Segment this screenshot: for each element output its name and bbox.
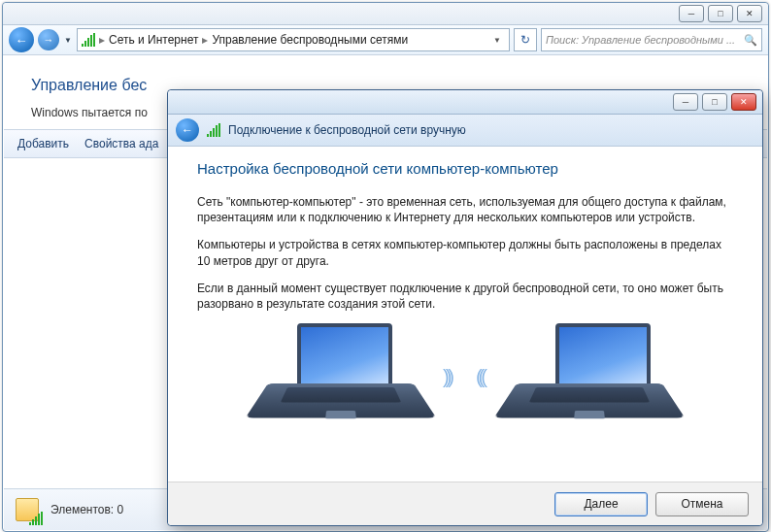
dialog-footer: Далее Отмена xyxy=(168,482,762,525)
dialog-minimize-button[interactable]: ─ xyxy=(673,93,698,111)
explorer-close-button[interactable]: ✕ xyxy=(737,5,762,22)
nav-back-button[interactable]: ← xyxy=(9,27,34,52)
dialog-header: ← Подключение к беспроводной сети вручну… xyxy=(168,115,762,147)
signal-icon xyxy=(82,33,95,47)
dialog-body: Настройка беспроводной сети компьютер-ко… xyxy=(168,147,762,482)
dialog-header-title: Подключение к беспроводной сети вручную xyxy=(228,123,466,137)
illustration: ))) ))) xyxy=(197,323,733,430)
dialog-close-button[interactable]: ✕ xyxy=(731,93,756,111)
signal-icon xyxy=(29,512,43,525)
breadcrumb-seg-2[interactable]: Управление беспроводными сетями xyxy=(212,33,408,47)
address-dropdown-icon[interactable]: ▼ xyxy=(489,36,505,45)
address-bar[interactable]: ▸ Сеть и Интернет ▸ Управление беспровод… xyxy=(77,28,510,51)
folder-icon xyxy=(14,496,41,523)
signal-icon xyxy=(207,123,220,137)
dialog-paragraph-2: Компьютеры и устройства в сетях компьюте… xyxy=(197,237,733,268)
breadcrumb-sep-icon: ▸ xyxy=(99,33,105,47)
breadcrumb-seg-1[interactable]: Сеть и Интернет xyxy=(109,33,198,47)
dialog-paragraph-1: Сеть "компьютер-компьютер" - это временн… xyxy=(197,194,733,225)
cmd-add[interactable]: Добавить xyxy=(17,137,69,150)
dialog-title: Настройка беспроводной сети компьютер-ко… xyxy=(197,160,733,177)
search-placeholder: Поиск: Управление беспроводными ... xyxy=(546,34,735,46)
laptop-left-icon xyxy=(268,323,414,430)
status-item-count: Элементов: 0 xyxy=(50,503,123,516)
explorer-minimize-button[interactable]: ─ xyxy=(679,5,704,22)
cmd-properties[interactable]: Свойства ада xyxy=(84,137,158,150)
breadcrumb-sep-icon: ▸ xyxy=(202,33,208,47)
search-input[interactable]: Поиск: Управление беспроводными ... 🔍 xyxy=(541,28,762,51)
explorer-maximize-button[interactable]: □ xyxy=(708,5,733,22)
dialog-paragraph-3: Если в данный момент существует подключе… xyxy=(197,281,733,312)
address-bar-row: ← → ▼ ▸ Сеть и Интернет ▸ Управление бес… xyxy=(3,25,768,55)
search-icon: 🔍 xyxy=(744,34,757,47)
explorer-titlebar: ─ □ ✕ xyxy=(3,3,768,25)
nav-forward-button[interactable]: → xyxy=(38,29,59,50)
dialog-titlebar: ─ □ ✕ xyxy=(168,90,762,115)
wireless-waves-icon: ))) xyxy=(480,366,487,388)
wireless-waves-icon: ))) xyxy=(443,366,451,388)
refresh-button[interactable]: ↻ xyxy=(514,28,537,51)
laptop-right-icon xyxy=(517,323,662,430)
dialog-maximize-button[interactable]: □ xyxy=(702,93,727,111)
next-button[interactable]: Далее xyxy=(554,492,648,516)
nav-history-dropdown[interactable]: ▼ xyxy=(63,31,73,49)
cancel-button[interactable]: Отмена xyxy=(655,492,749,516)
dialog-back-button[interactable]: ← xyxy=(176,118,199,142)
wizard-dialog: ─ □ ✕ ← Подключение к беспроводной сети … xyxy=(167,89,763,526)
